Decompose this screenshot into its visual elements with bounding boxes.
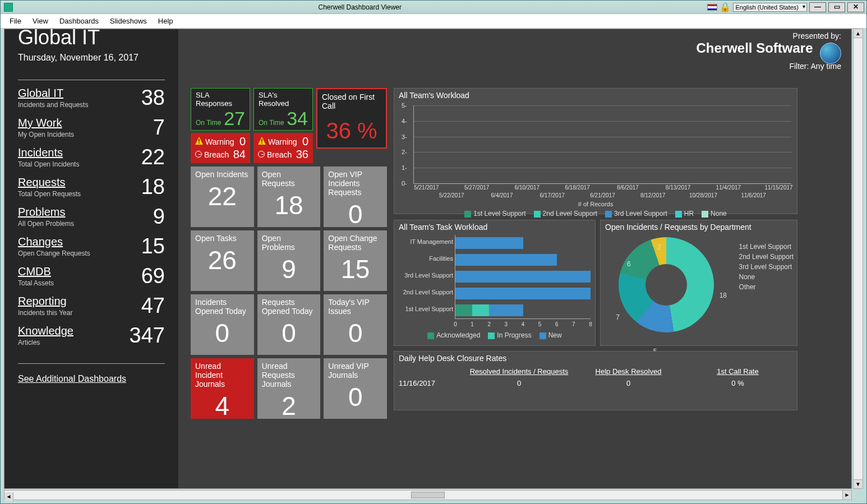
sidebar-sub: My Open Incidents (18, 131, 74, 138)
sidebar-link: Knowledge (18, 325, 73, 337)
task-hbar-chart[interactable]: IT ManagementFacilities3rd Level Support… (455, 235, 591, 319)
sla-tile[interactable]: SLA ResponsesOn Time27Warning0Breach84 (191, 88, 250, 163)
vertical-scrollbar[interactable]: ▲ ▼ (853, 29, 863, 489)
app-window: Cherwell Dashboard Viewer 🔒 English (Uni… (0, 0, 867, 504)
sidebar-item-cmdb[interactable]: CMDBTotal Assets69 (18, 265, 165, 287)
sidebar-link: Global IT (18, 87, 88, 100)
scroll-up-arrow[interactable]: ▲ (854, 29, 863, 38)
sidebar-item-problems[interactable]: ProblemsAll Open Problems9 (18, 206, 165, 228)
cherwell-logo-icon (820, 43, 841, 64)
sidebar-link: Incidents (18, 146, 79, 159)
metric-tile[interactable]: Incidents Opened Today0 (191, 294, 254, 355)
sidebar-item-global-it[interactable]: Global ITIncidents and Requests38 (18, 87, 165, 109)
closure-header-row: Resolved Incidents / RequestsHelp Desk R… (399, 366, 792, 377)
metric-tile[interactable]: Today's VIP Issues0 (324, 294, 387, 355)
menu-slideshows[interactable]: Slideshows (105, 16, 151, 26)
workload-bar-chart[interactable]: 0-1-2-3-4-5-5/21/20175/22/20175/27/20176… (413, 105, 791, 184)
close-button[interactable]: ✕ (847, 2, 864, 12)
scroll-left-arrow[interactable]: ◄ (4, 492, 13, 501)
sidebar-link: Changes (18, 235, 90, 248)
menu-dashboards[interactable]: Dashboards (55, 16, 103, 26)
metric-tile[interactable]: Requests Opened Today0 (257, 294, 321, 355)
maximize-button[interactable]: ▭ (828, 2, 845, 12)
window-title: Cherwell Dashboard Viewer (13, 3, 707, 11)
sidebar-value: 18 (141, 176, 165, 197)
brand-block: Presented by: Cherwell Software Filter: … (696, 31, 841, 71)
menu-view[interactable]: View (28, 16, 53, 26)
sidebar-value: 15 (141, 235, 165, 257)
dashboard-body: Global IT Thursday, November 16, 2017 Gl… (4, 29, 852, 489)
panel-title: Daily Help Desk Closure Rates (399, 354, 792, 363)
sidebar-item-my-work[interactable]: My WorkMy Open Incidents7 (18, 117, 165, 138)
menu-file[interactable]: File (5, 16, 26, 26)
sidebar: Global IT Thursday, November 16, 2017 Gl… (4, 29, 178, 488)
divider (18, 80, 165, 80)
closure-row: 11/16/2017000 % (399, 377, 792, 390)
clock-icon (195, 151, 202, 158)
title-bar: Cherwell Dashboard Viewer 🔒 English (Uni… (1, 1, 866, 14)
x-axis-label: # of Records (394, 201, 797, 207)
sidebar-item-requests[interactable]: RequestsTotal Open Requests18 (18, 176, 165, 198)
metric-tile[interactable]: Open Tasks26 (191, 230, 254, 291)
clock-icon (258, 151, 265, 158)
chart-legend: 1st Level Support2nd Level Support3rd Le… (394, 207, 797, 220)
closed-first-call-tile[interactable]: Closed on First Call36 % (316, 88, 387, 149)
sidebar-item-incidents[interactable]: IncidentsTotal Open Incidents22 (18, 146, 165, 168)
sidebar-sub: Total Open Incidents (18, 160, 79, 168)
metric-tile[interactable]: Open Change Requests15 (324, 230, 387, 291)
sidebar-date: Thursday, November 16, 2017 (18, 53, 165, 63)
menu-help[interactable]: Help (154, 16, 178, 26)
task-workload-panel: All Team's Task Workload IT ManagementFa… (394, 220, 596, 346)
horizontal-scrollbar[interactable]: ◄ ► (4, 490, 852, 500)
metric-tile[interactable]: Unread Incident Journals4 (191, 358, 254, 419)
donut-chart[interactable]: 1857621st Level Support2nd Level Support… (601, 237, 797, 332)
sidebar-sub: Total Assets (18, 279, 54, 287)
scroll-right-arrow[interactable]: ► (842, 491, 851, 500)
metric-tile[interactable]: Unread VIP Journals0 (324, 358, 387, 419)
sla-tile[interactable]: SLA's ResolvedOn Time34Warning0Breach36 (253, 88, 313, 163)
tile-grid: SLA ResponsesOn Time27Warning0Breach84SL… (191, 88, 387, 422)
scroll-thumb[interactable] (411, 492, 445, 498)
chart-title: All Team's Workload (394, 89, 797, 100)
sidebar-title: Global IT (18, 29, 165, 49)
closure-rates-panel: Daily Help Desk Closure Rates Resolved I… (394, 351, 797, 410)
metric-tile[interactable]: Open Requests18 (257, 167, 321, 227)
scroll-down-arrow[interactable]: ▼ (854, 479, 863, 488)
see-more-dashboards-link[interactable]: See Additional Dashboards (18, 374, 126, 384)
warning-icon (195, 137, 203, 145)
sidebar-link: Requests (18, 176, 81, 189)
sidebar-item-changes[interactable]: ChangesOpen Change Requests15 (18, 235, 165, 257)
lock-icon: 🔒 (720, 2, 731, 12)
sidebar-item-knowledge[interactable]: KnowledgeArticles347 (18, 325, 165, 346)
filter-label: Filter: Any time (696, 62, 841, 71)
language-selector[interactable]: English (United States) (733, 3, 808, 12)
sidebar-value: 69 (141, 265, 165, 286)
main-area: Presented by: Cherwell Software Filter: … (179, 29, 851, 488)
chart-legend: AcknowledgedIn ProgressNew (394, 329, 595, 341)
dept-donut-panel: Open Incidents / Requests by Department … (600, 220, 797, 346)
metric-tile[interactable]: Open VIP Incidents Requests0 (324, 167, 387, 227)
sidebar-link: Reporting (18, 295, 72, 308)
minimize-button[interactable]: — (809, 2, 826, 12)
chart-title: Open Incidents / Requests by Department (601, 220, 797, 232)
sidebar-sub: Articles (18, 339, 73, 346)
metric-tile[interactable]: Unread Requests Journals2 (257, 358, 321, 419)
sidebar-link: My Work (18, 117, 74, 130)
metric-tile[interactable]: Open Problems9 (257, 230, 321, 291)
brand-name: Cherwell Software (696, 40, 813, 56)
sidebar-item-reporting[interactable]: ReportingIncidents this Year47 (18, 295, 165, 317)
metric-tile[interactable]: Open Incidents22 (191, 167, 254, 227)
divider (18, 363, 165, 364)
sidebar-value: 347 (130, 325, 165, 346)
menu-bar: FileViewDashboardsSlideshowsHelp (1, 14, 866, 29)
app-icon (4, 3, 13, 12)
sidebar-value: 38 (141, 87, 165, 108)
sidebar-link: CMDB (18, 265, 54, 278)
chart-title: All Team's Task Workload (394, 220, 595, 232)
sidebar-sub: Total Open Requests (18, 190, 81, 198)
workload-chart-panel: All Team's Workload 0-1-2-3-4-5-5/21/201… (394, 88, 797, 214)
warning-icon (258, 137, 266, 145)
presented-by-label: Presented by: (696, 31, 841, 40)
sidebar-sub: Incidents and Requests (18, 101, 88, 109)
sidebar-link: Problems (18, 206, 74, 219)
